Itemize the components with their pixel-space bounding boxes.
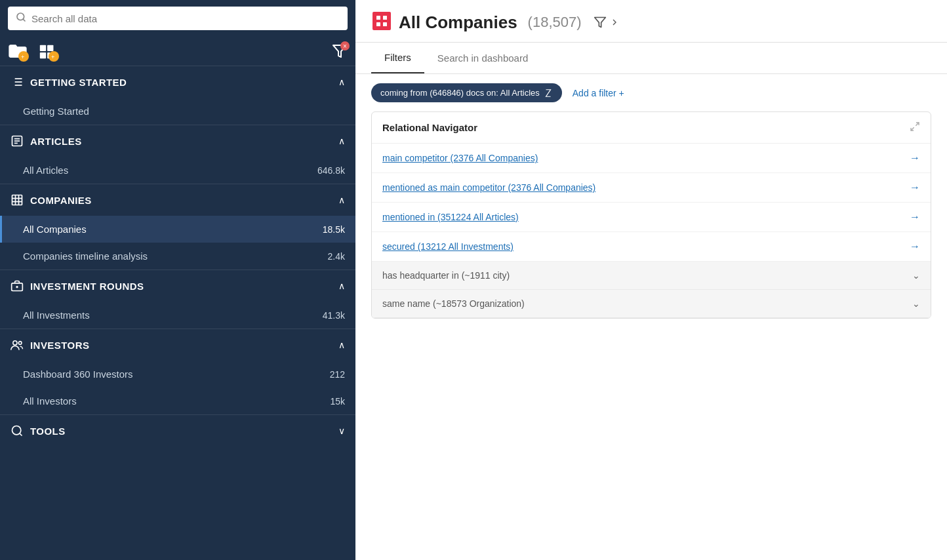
svg-rect-19 [12,195,22,205]
section-articles-chevron: ∧ [338,136,345,146]
rn-link-main-competitor[interactable]: main competitor (2376 All Companies) [382,153,538,163]
tab-filters[interactable]: Filters [371,43,424,73]
section-investors[interactable]: INVESTORS ∧ [0,329,355,361]
search-icon [16,12,26,25]
nav-item-companies-timeline[interactable]: Companies timeline analysis 2.4k [0,243,355,270]
filter-tabs: Filters [355,43,947,74]
svg-text:+: + [21,54,24,60]
nav-item-dashboard-360[interactable]: Dashboard 360 Investors 212 [0,361,355,388]
nav-item-all-articles[interactable]: All Articles 646.8k [0,157,355,184]
svg-marker-36 [594,18,605,28]
rn-collapsed-row-0[interactable]: has headquarter in (~1911 city) ⌄ [372,262,931,290]
page-title: All Companies [399,12,517,33]
main-header: All Companies (18,507) [355,0,947,43]
search-input[interactable] [31,13,340,24]
toolbar: + + × [0,37,355,66]
rn-link-row: main competitor (2376 All Companies) → [372,144,931,173]
investment-icon [10,279,24,292]
rn-link-row: mentioned as main competitor (2376 All C… [372,173,931,203]
list-icon [10,75,24,89]
section-investors-label: INVESTORS [30,340,89,351]
svg-rect-4 [40,52,46,58]
section-tools-label: TOOLS [30,426,66,437]
svg-point-27 [13,341,17,345]
section-getting-started-label: GETTING STARTED [30,77,127,88]
page-count: (18,507) [528,14,582,31]
sidebar: + + × [0,0,355,560]
rn-chevron-0: ⌄ [912,270,920,281]
nav-item-getting-started[interactable]: Getting Started [0,98,355,125]
rn-arrow-0[interactable]: → [910,152,920,164]
svg-rect-35 [383,22,387,26]
svg-rect-33 [383,16,387,20]
main-content: All Companies (18,507) Filters coming fr… [355,0,947,560]
section-tools-chevron: ∨ [338,426,345,436]
search-dashboard-input[interactable] [424,43,575,73]
section-getting-started-chevron: ∧ [338,77,345,87]
rn-arrow-2[interactable]: → [910,211,920,223]
svg-rect-31 [373,12,391,30]
svg-rect-34 [376,22,380,26]
companies-icon [10,193,24,207]
svg-line-38 [911,127,914,130]
rn-collapsed-row-1[interactable]: same name (~18573 Organization) ⌄ [372,290,931,318]
section-articles-label: ARTICLES [30,136,82,147]
section-companies-chevron: ∧ [338,195,345,205]
svg-line-37 [916,123,919,126]
search-bar [0,0,355,37]
rn-arrow-1[interactable]: → [910,182,920,193]
section-companies[interactable]: COMPANIES ∧ [0,184,355,216]
companies-title-icon [371,10,392,34]
rn-chevron-1: ⌄ [912,298,920,309]
svg-rect-32 [376,16,380,20]
svg-point-28 [18,342,22,345]
filter-bar: coming from (646846) docs on: All Articl… [355,74,947,111]
articles-icon [10,134,24,148]
svg-rect-3 [40,45,46,51]
rn-link-secured[interactable]: secured (13212 All Investments) [382,241,514,252]
rn-expand-icon[interactable] [910,121,920,134]
rn-link-row: secured (13212 All Investments) → [372,232,931,262]
nav-item-all-investors[interactable]: All Investors 15k [0,388,355,414]
tools-icon [10,424,24,437]
svg-text:+: + [51,54,54,60]
rn-link-mentioned-in[interactable]: mentioned in (351224 All Articles) [382,212,519,222]
add-dashboard-button[interactable]: + [38,42,58,60]
filter-pill[interactable]: coming from (646846) docs on: All Articl… [371,83,562,102]
rn-link-row: mentioned in (351224 All Articles) → [372,203,931,232]
svg-point-29 [12,426,21,435]
section-investment-rounds[interactable]: INVESTMENT ROUNDS ∧ [0,270,355,302]
rn-link-mentioned-as[interactable]: mentioned as main competitor (2376 All C… [382,182,595,193]
section-companies-label: COMPANIES [30,195,92,206]
section-investors-chevron: ∧ [338,340,345,350]
filter-pill-icon [544,89,553,98]
add-filter-button[interactable]: Add a filter + [573,88,624,98]
section-tools[interactable]: TOOLS ∨ [0,414,355,447]
section-articles[interactable]: ARTICLES ∧ [0,125,355,157]
section-getting-started[interactable]: GETTING STARTED ∧ [0,66,355,98]
nav-item-all-companies[interactable]: All Companies 18.5k [0,216,355,243]
svg-rect-5 [47,45,53,51]
section-investment-chevron: ∧ [338,281,345,291]
section-investment-label: INVESTMENT ROUNDS [30,281,144,292]
svg-line-1 [23,19,25,21]
relational-navigator: Relational Navigator main competitor (23… [371,111,931,319]
rn-arrow-3[interactable]: → [910,241,920,252]
add-folder-button[interactable]: + [8,42,28,60]
rn-header: Relational Navigator [372,112,931,144]
filter-arrow-icon [609,17,620,28]
title-filter-icon[interactable] [594,16,620,29]
filter-clear-button[interactable]: × [332,43,348,59]
svg-line-30 [20,433,22,436]
nav-item-all-investments[interactable]: All Investments 41.3k [0,302,355,329]
investors-icon [10,338,24,351]
